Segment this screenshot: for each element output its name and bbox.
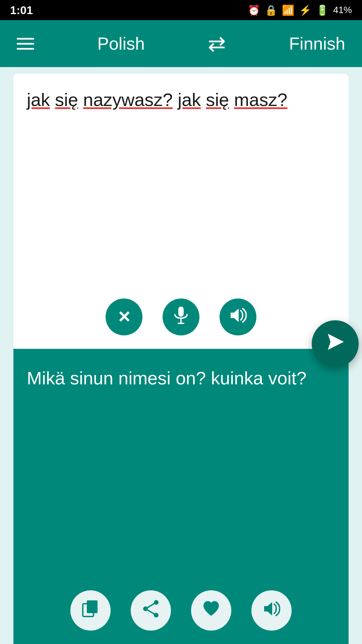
- svg-marker-3: [231, 309, 239, 322]
- favorite-button[interactable]: [191, 590, 231, 631]
- volume-output-icon: [263, 601, 280, 620]
- copy-icon: [82, 600, 99, 621]
- word-sie1: się: [55, 90, 78, 110]
- translated-text: Mikä sinun nimesi on? kuinka voit?: [27, 366, 335, 391]
- speak-target-button[interactable]: [251, 590, 292, 631]
- volume-icon: [229, 307, 247, 327]
- x-icon: ✕: [117, 308, 131, 326]
- input-section: jak się nazywasz? jak się masz? ✕: [13, 74, 349, 349]
- translate-fab-button[interactable]: [312, 320, 359, 367]
- send-icon: [325, 332, 345, 356]
- mic-button[interactable]: [163, 299, 199, 335]
- mic-icon: [174, 306, 188, 328]
- battery-icon: 🔋: [316, 4, 328, 16]
- svg-rect-0: [178, 307, 184, 317]
- sim-icon: 🔒: [265, 4, 277, 16]
- nav-bar: Polish ⇄ Finnish: [0, 20, 362, 67]
- copy-button[interactable]: [70, 590, 111, 631]
- svg-rect-6: [87, 600, 98, 613]
- status-time: 1:01: [10, 4, 33, 17]
- word-nazywasz: nazywasz?: [83, 90, 173, 110]
- word-sie2: się: [206, 90, 229, 110]
- svg-marker-12: [264, 602, 272, 615]
- word-masz: masz?: [234, 90, 287, 110]
- svg-marker-4: [328, 334, 344, 350]
- source-text[interactable]: jak się nazywasz? jak się masz?: [27, 87, 335, 288]
- status-bar: 1:01 ⏰ 🔒 📶 ⚡ 🔋 41%: [0, 0, 362, 20]
- word-jak2: jak: [178, 90, 201, 110]
- alarm-icon: ⏰: [248, 4, 260, 16]
- input-actions-row: ✕: [27, 299, 335, 339]
- swap-languages-button[interactable]: ⇄: [208, 31, 226, 56]
- battery-percent: 41%: [333, 5, 352, 15]
- svg-line-10: [145, 602, 156, 609]
- svg-line-11: [145, 609, 156, 615]
- output-section: Mikä sinun nimesi on? kuinka voit?: [13, 349, 349, 644]
- word-jak1: jak: [27, 90, 50, 110]
- signal-icon: 📶: [282, 4, 294, 16]
- status-icons: ⏰ 🔒 📶 ⚡ 🔋 41%: [248, 4, 352, 16]
- share-icon: [142, 600, 160, 621]
- clear-button[interactable]: ✕: [106, 299, 142, 335]
- hamburger-menu-button[interactable]: [17, 38, 34, 50]
- bolt-icon: ⚡: [299, 4, 311, 16]
- output-actions-row: [13, 590, 349, 631]
- heart-icon: [202, 600, 220, 621]
- target-language-selector[interactable]: Finnish: [289, 34, 345, 54]
- speak-source-button[interactable]: [220, 299, 256, 335]
- share-button[interactable]: [131, 590, 171, 631]
- source-language-selector[interactable]: Polish: [97, 34, 145, 54]
